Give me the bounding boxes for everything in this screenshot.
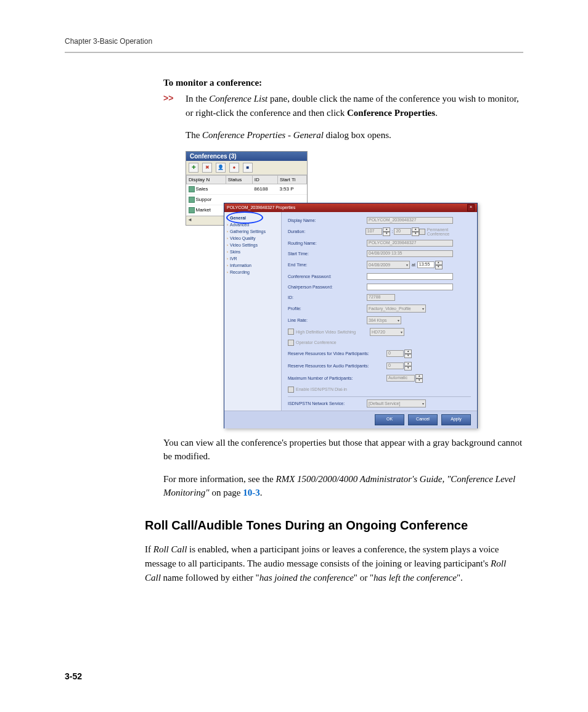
- duration-label: Duration:: [288, 229, 365, 234]
- nav-general[interactable]: ›General: [224, 215, 281, 221]
- spinner-icon[interactable]: ▴▾: [404, 350, 412, 358]
- participant-icon[interactable]: 👤: [216, 163, 226, 173]
- conf-pw-label: Conference Password:: [288, 274, 367, 279]
- col-id[interactable]: ID: [252, 175, 277, 184]
- dialog-title: POLYCOM_2039848327 Properties: [227, 205, 295, 210]
- duration-m-field: 20: [394, 228, 411, 235]
- add-icon[interactable]: ✚: [189, 163, 198, 173]
- col-display[interactable]: Display N: [187, 175, 226, 184]
- paragraph: The Conference Properties - General dial…: [186, 128, 523, 142]
- document-page: Chapter 3-Basic Operation To monitor a c…: [0, 0, 588, 712]
- spinner-icon[interactable]: ▴▾: [435, 261, 443, 269]
- chevron-icon: ›: [227, 223, 228, 226]
- page-link[interactable]: 10-3: [243, 488, 260, 497]
- reserve-audio-field: 0: [386, 362, 404, 369]
- paragraph: For more information, see the RMX 1500/2…: [163, 472, 523, 500]
- duration-h-field: 107: [365, 228, 383, 235]
- display-name-label: Display Name:: [288, 218, 367, 223]
- dialog-titlebar[interactable]: POLYCOM_2039848327 Properties ×: [224, 203, 477, 212]
- routing-name-field: POLYCOM_2039848327: [367, 240, 453, 247]
- spinner-icon[interactable]: ▴▾: [404, 362, 412, 370]
- conference-icon: [189, 197, 195, 203]
- id-label: ID:: [288, 295, 367, 300]
- permanent-checkbox: [419, 229, 425, 235]
- col-start[interactable]: Start Ti: [277, 175, 306, 184]
- chevron-icon: ›: [227, 270, 228, 274]
- section-paragraph: If Roll Call is enabled, when a particip…: [145, 542, 523, 586]
- nav-skins[interactable]: ›Skins: [224, 248, 281, 255]
- isdn-checkbox: [288, 387, 294, 393]
- chevron-icon: ›: [227, 256, 228, 260]
- body-content: To monitor a conference: >> In the Confe…: [163, 78, 523, 500]
- hd-select: HD720: [370, 328, 404, 336]
- dialog-nav: ›General ›Advanced ›Gathering Settings ›…: [224, 212, 282, 411]
- chevron-icon: ›: [227, 216, 228, 219]
- max-part-label: Maximum Number of Participants:: [288, 376, 386, 380]
- col-status[interactable]: Status: [226, 175, 252, 184]
- chair-pw-label: Chairperson Password:: [288, 285, 367, 289]
- max-part-field: Automatic: [386, 375, 415, 382]
- chevron-icon: ›: [227, 263, 228, 267]
- linerate-label: Line Rate:: [288, 318, 367, 322]
- end-time-label: End Time:: [288, 263, 367, 267]
- paragraph: You can view all the conference's proper…: [163, 436, 523, 464]
- spinner-icon[interactable]: ▴▾: [383, 227, 390, 236]
- dialog-form: Display Name: POLYCOM_2039848327 Duratio…: [282, 212, 477, 411]
- nav-video-settings[interactable]: ›Video Settings: [224, 242, 281, 248]
- chevron-icon: ›: [227, 229, 228, 233]
- spinner-icon[interactable]: ▴▾: [415, 374, 423, 383]
- isdn-service-label: ISDN/PSTN Network Service:: [288, 401, 367, 406]
- procedure-title: To monitor a conference:: [163, 78, 523, 88]
- nav-information[interactable]: ›Information: [224, 262, 281, 269]
- reserve-video-field: 0: [386, 350, 404, 357]
- routing-name-label: Routing Name:: [288, 241, 367, 245]
- chevron-icon: ›: [227, 243, 228, 247]
- nav-advanced[interactable]: ›Advanced: [224, 221, 281, 228]
- reserve-audio-label: Reserve Resources for Audio Participants…: [288, 364, 386, 368]
- chevron-icon: ›: [227, 250, 228, 253]
- nav-ivr[interactable]: ›IVR: [224, 255, 281, 262]
- conferences-title: Conferences (3): [186, 152, 307, 161]
- section-heading: Roll Call/Audible Tones During an Ongoin…: [145, 517, 523, 534]
- dialog-buttons: OK Cancel Apply: [224, 411, 477, 428]
- nav-video-quality[interactable]: ›Video Quality: [224, 235, 281, 242]
- profile-label: Profile:: [288, 306, 367, 311]
- id-field: 72788: [367, 294, 395, 301]
- conference-icon: [189, 207, 195, 213]
- chapter-header: Chapter 3-Basic Operation: [65, 37, 523, 46]
- display-name-field: POLYCOM_2039848327: [367, 217, 453, 224]
- step-text: In the Conference List pane, double clic…: [186, 92, 523, 120]
- start-time-field: 04/08/2009 13:35: [367, 250, 453, 257]
- apply-button[interactable]: Apply: [441, 414, 471, 425]
- step-row: >> In the Conference List pane, double c…: [163, 92, 523, 120]
- stop-icon[interactable]: ■: [243, 163, 253, 173]
- page-number: 3-52: [65, 671, 82, 681]
- reserve-video-label: Reserve Resources for Video Participants…: [288, 351, 386, 356]
- spinner-icon[interactable]: ▴▾: [412, 227, 419, 236]
- isdn-service-select[interactable]: [Default Service]: [367, 399, 426, 407]
- linerate-select[interactable]: 384 Kbps: [367, 316, 401, 324]
- cancel-button[interactable]: Cancel: [408, 414, 438, 425]
- close-icon[interactable]: ×: [467, 204, 475, 211]
- conf-pw-field[interactable]: [367, 273, 453, 280]
- conference-icon: [189, 186, 195, 192]
- end-time-field[interactable]: 13:55: [417, 261, 435, 268]
- chevron-icon: ›: [227, 236, 228, 240]
- screenshot-figure: Conferences (3) ✚ ✖ 👤 ● ■ Display N Stat…: [186, 151, 476, 427]
- chair-pw-field[interactable]: [367, 284, 453, 290]
- properties-dialog: POLYCOM_2039848327 Properties × ›General…: [224, 203, 478, 428]
- nav-gathering[interactable]: ›Gathering Settings: [224, 228, 281, 235]
- table-row[interactable]: Sales 86188 3:53 P: [187, 184, 307, 194]
- opconf-checkbox: [288, 340, 294, 346]
- record-icon[interactable]: ●: [229, 163, 239, 173]
- header-rule: [65, 52, 523, 53]
- hd-checkbox: [288, 329, 294, 335]
- delete-icon[interactable]: ✖: [202, 163, 212, 173]
- nav-recording[interactable]: ›Recording: [224, 269, 281, 276]
- start-time-label: Start Time:: [288, 252, 367, 256]
- profile-select[interactable]: Factory_Video_Profile: [367, 305, 426, 313]
- step-marker: >>: [163, 92, 186, 120]
- conferences-toolbar: ✚ ✖ 👤 ● ■: [186, 161, 307, 175]
- end-date-select[interactable]: 04/08/2009: [367, 261, 410, 269]
- ok-button[interactable]: OK: [375, 414, 404, 425]
